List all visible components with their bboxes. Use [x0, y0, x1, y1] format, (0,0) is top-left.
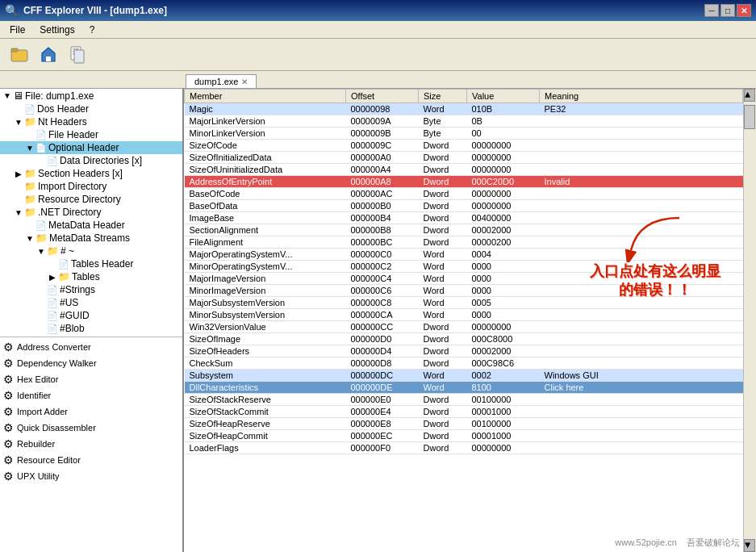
cell-value: 00000000 [467, 164, 540, 176]
tool-address-converter[interactable]: ⚙ Address Converter [0, 339, 182, 355]
table-row[interactable]: Subsystem000000DCWord0002Windows GUI [185, 370, 743, 382]
table-row[interactable]: MinorImageVersion000000C6Word0000 [185, 285, 743, 297]
scrollbar[interactable]: ▲ ▼ [743, 89, 756, 552]
tree-item-tables-header[interactable]: 📄 Tables Header [0, 257, 182, 270]
folder-icon: 📁 [24, 168, 36, 179]
doc-icon: 📄 [24, 104, 36, 115]
table-row[interactable]: SizeOfHeapCommit000000ECDword00001000 [185, 430, 743, 442]
tree-label: Import Directory [38, 181, 107, 192]
doc-icon: 📄 [47, 285, 58, 295]
tool-icon: ⚙ [3, 421, 14, 434]
table-row[interactable]: CheckSum000000D8Dword000C98C6 [185, 358, 743, 370]
tab-close-button[interactable]: ✕ [241, 77, 248, 86]
tool-import-adder[interactable]: ⚙ Import Adder [0, 404, 182, 420]
close-button[interactable]: ✕ [737, 4, 751, 17]
table-row[interactable]: SectionAlignment000000B8Dword00002000 [185, 224, 743, 236]
scrollbar-up-button[interactable]: ▲ [744, 89, 755, 102]
table-row[interactable]: BaseOfCode000000ACDword00000000 [185, 188, 743, 200]
cell-meaning [540, 261, 743, 273]
cell-member: SectionAlignment [185, 224, 346, 236]
cell-member: Magic [185, 103, 346, 115]
tree-item-section-headers[interactable]: ▶ 📁 Section Headers [x] [0, 167, 182, 180]
tool-hex-editor[interactable]: ⚙ Hex Editor [0, 371, 182, 387]
table-row[interactable]: MajorSubsystemVersion000000C8Word0005 [185, 297, 743, 309]
toolbar-pages-button[interactable] [65, 43, 90, 67]
cell-meaning: Invalid [540, 176, 743, 188]
cell-value: 0000 [467, 273, 540, 285]
toolbar-home-button[interactable] [36, 43, 61, 67]
tree-item-file-header[interactable]: 📄 File Header [0, 128, 182, 141]
cell-value: 00000000 [467, 140, 540, 152]
tree-item-metadata-header[interactable]: 📄 MetaData Header [0, 219, 182, 232]
table-row[interactable]: MajorOperatingSystemV...000000C0Word0004 [185, 249, 743, 261]
table-row[interactable]: MajorLinkerVersion0000009AByte0B [185, 115, 743, 128]
menu-file[interactable]: File [3, 23, 31, 37]
table-row[interactable]: AddressOfEntryPoint000000A8Dword000C20D0… [185, 176, 743, 188]
menu-settings[interactable]: Settings [33, 23, 81, 37]
tab-dump1exe[interactable]: dump1.exe ✕ [186, 74, 257, 88]
tree-item-guid[interactable]: 📄 #GUID [0, 309, 182, 322]
expand-icon: ▶ [13, 169, 24, 178]
toolbar-open-button[interactable] [6, 43, 32, 67]
tool-upx-utility[interactable]: ⚙ UPX Utility [0, 468, 182, 484]
tree-item-data-directories[interactable]: 📄 Data Directories [x] [0, 154, 182, 167]
table-row[interactable]: SizeOfHeapReserve000000E8Dword00100000 [185, 418, 743, 430]
tool-quick-disassembler[interactable]: ⚙ Quick Disassembler [0, 420, 182, 436]
table-row[interactable]: ImageBase000000B4Dword00400000 [185, 212, 743, 224]
tree-item-import-directory[interactable]: 📁 Import Directory [0, 180, 182, 193]
table-row[interactable]: SizeOfImage000000D0Dword000C8000 [185, 333, 743, 345]
cell-value: 000C20D0 [467, 176, 540, 188]
table-row[interactable]: LoaderFlags000000F0Dword00000000 [185, 442, 743, 454]
tree-item-net-directory[interactable]: ▼ 📁 .NET Directory [0, 206, 182, 219]
table-row[interactable]: MinorLinkerVersion0000009BByte00 [185, 128, 743, 140]
tree-item-blob[interactable]: 📄 #Blob [0, 322, 182, 335]
svg-rect-1 [11, 48, 18, 52]
scrollbar-down-button[interactable]: ▼ [744, 539, 755, 552]
tree-item-resource-directory[interactable]: 📁 Resource Directory [0, 193, 182, 206]
table-row[interactable]: DllCharacteristics000000DEWord8100Click … [185, 382, 743, 394]
table-row[interactable]: MinorSubsystemVersion000000CAWord0000 [185, 309, 743, 321]
cell-value: 00100000 [467, 394, 540, 406]
table-row[interactable]: Win32VersionValue000000CCDword00000000 [185, 321, 743, 333]
tool-resource-editor[interactable]: ⚙ Resource Editor [0, 452, 182, 468]
table-row[interactable]: MajorImageVersion000000C4Word0000 [185, 273, 743, 285]
table-row[interactable]: SizeOfInitializedData000000A0Dword000000… [185, 152, 743, 164]
cell-member: LoaderFlags [185, 442, 346, 454]
table-row[interactable]: SizeOfCode0000009CDword00000000 [185, 140, 743, 152]
tree-item-metadata-streams[interactable]: ▼ 📁 MetaData Streams [0, 232, 182, 245]
tree-item-file-root[interactable]: ▼ 🖥 File: dump1.exe [0, 89, 182, 102]
tool-dependency-walker[interactable]: ⚙ Dependency Walker [0, 355, 182, 371]
cell-offset: 000000F0 [346, 442, 419, 454]
col-size: Size [419, 90, 467, 103]
tool-rebuilder[interactable]: ⚙ Rebuilder [0, 436, 182, 452]
cell-value: 0002 [467, 370, 540, 382]
tree-item-optional-header[interactable]: ▼ 📄 Optional Header [0, 141, 182, 154]
cell-meaning [540, 140, 743, 152]
tree-item-hash[interactable]: ▼ 📁 # ~ [0, 245, 182, 257]
tree-item-us[interactable]: 📄 #US [0, 296, 182, 309]
menu-help[interactable]: ? [83, 23, 102, 37]
table-row[interactable]: FileAlignment000000BCDword00000200 [185, 236, 743, 249]
cell-offset: 000000DE [346, 382, 419, 394]
tool-identifier[interactable]: ⚙ Identifier [0, 387, 182, 404]
tree-item-nt-headers[interactable]: ▼ 📁 Nt Headers [0, 115, 182, 128]
maximize-button[interactable]: □ [720, 4, 735, 17]
tree-item-tables[interactable]: ▶ 📁 Tables [0, 270, 182, 283]
table-row[interactable]: MinorOperatingSystemV...000000C2Word0000 [185, 261, 743, 273]
scrollbar-thumb[interactable] [744, 105, 755, 129]
cell-offset: 000000A0 [346, 152, 419, 164]
tree-label: Tables [72, 271, 100, 282]
data-table-container[interactable]: Member Offset Size Value Meaning Magic00… [184, 89, 743, 552]
table-row[interactable]: SizeOfStackReserve000000E0Dword00100000 [185, 394, 743, 406]
tree-item-dos-header[interactable]: 📄 Dos Header [0, 102, 182, 115]
table-row[interactable]: SizeOfStackCommit000000E4Dword00001000 [185, 406, 743, 418]
minimize-button[interactable]: ─ [704, 4, 719, 17]
cell-meaning [540, 418, 743, 430]
table-row[interactable]: BaseOfData000000B0Dword00000000 [185, 200, 743, 212]
table-row[interactable]: SizeOfHeaders000000D4Dword00002000 [185, 345, 743, 358]
tree-item-strings[interactable]: 📄 #Strings [0, 283, 182, 296]
tool-label: Hex Editor [17, 374, 58, 384]
table-row[interactable]: Magic00000098Word010BPE32 [185, 103, 743, 115]
table-row[interactable]: SizeOfUninitializedData000000A4Dword0000… [185, 164, 743, 176]
cell-meaning: Windows GUI [540, 370, 743, 382]
